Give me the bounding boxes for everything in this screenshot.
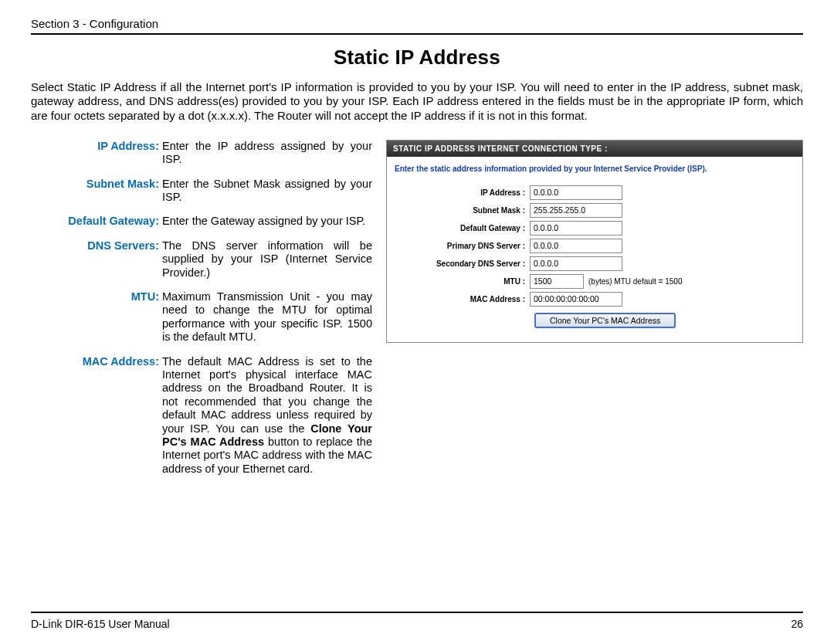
def-ip-address: IP Address: Enter the IP address assigne…	[31, 140, 372, 167]
row-ip-address: IP Address :	[387, 184, 802, 202]
def-mac-address: MAC Address: The default MAC Address is …	[31, 355, 372, 476]
mac-address-input[interactable]	[530, 292, 622, 307]
def-desc: Enter the Subnet Mask assigned by your I…	[162, 178, 372, 205]
row-subnet-mask: Subnet Mask :	[387, 202, 802, 219]
secondary-dns-input[interactable]	[530, 256, 622, 271]
def-desc: Enter the Gateway assigned by your ISP.	[162, 215, 372, 228]
def-default-gateway: Default Gateway: Enter the Gateway assig…	[31, 215, 372, 228]
field-label: Subnet Mask :	[395, 206, 530, 215]
def-label: IP Address:	[31, 140, 162, 167]
router-panel: STATIC IP ADDRESS INTERNET CONNECTION TY…	[386, 140, 803, 343]
default-gateway-input[interactable]	[530, 221, 622, 236]
panel-header: STATIC IP ADDRESS INTERNET CONNECTION TY…	[387, 141, 802, 157]
page-title: Static IP Address	[31, 46, 803, 69]
definitions-column: IP Address: Enter the IP address assigne…	[31, 140, 372, 486]
subnet-mask-input[interactable]	[530, 203, 622, 218]
mtu-extra-text: (bytes) MTU default = 1500	[584, 277, 682, 286]
field-label: MAC Address :	[395, 295, 530, 303]
page-footer: D-Link DIR-615 User Manual 26	[31, 612, 803, 630]
row-mtu: MTU : (bytes) MTU default = 1500	[387, 273, 802, 290]
def-label: MTU:	[31, 290, 162, 344]
footer-left: D-Link DIR-615 User Manual	[31, 618, 170, 630]
def-dns-servers: DNS Servers: The DNS server information …	[31, 239, 372, 280]
row-secondary-dns: Secondary DNS Server :	[387, 255, 802, 273]
def-mtu: MTU: Maximum Transmission Unit - you may…	[31, 290, 372, 344]
field-label: Secondary DNS Server :	[395, 259, 530, 268]
def-label: Default Gateway:	[31, 215, 162, 228]
def-subnet-mask: Subnet Mask: Enter the Subnet Mask assig…	[31, 178, 372, 205]
ip-address-input[interactable]	[530, 185, 622, 200]
mtu-input[interactable]	[530, 274, 584, 289]
clone-mac-button[interactable]: Clone Your PC's MAC Address	[534, 313, 676, 328]
def-label: DNS Servers:	[31, 239, 162, 280]
field-label: Default Gateway :	[395, 224, 530, 232]
field-label: Primary DNS Server :	[395, 242, 530, 250]
primary-dns-input[interactable]	[530, 239, 622, 253]
def-desc: The default MAC Address is set to the In…	[162, 355, 372, 476]
section-header: Section 3 - Configuration	[31, 17, 803, 35]
row-primary-dns: Primary DNS Server :	[387, 237, 802, 255]
intro-paragraph: Select Static IP Address if all the Inte…	[31, 80, 803, 123]
panel-instruction: Enter the static address information pro…	[387, 157, 802, 184]
row-default-gateway: Default Gateway :	[387, 219, 802, 237]
row-mac-address: MAC Address :	[387, 290, 802, 308]
field-label: MTU :	[395, 277, 530, 286]
def-label: MAC Address:	[31, 355, 162, 476]
def-desc: Enter the IP address assigned by your IS…	[162, 140, 372, 167]
def-desc: The DNS server information will be suppl…	[162, 239, 372, 280]
field-label: IP Address :	[395, 188, 530, 197]
def-label: Subnet Mask:	[31, 178, 162, 205]
def-desc: Maximum Transmission Unit - you may need…	[162, 290, 372, 344]
footer-page-number: 26	[791, 618, 803, 630]
